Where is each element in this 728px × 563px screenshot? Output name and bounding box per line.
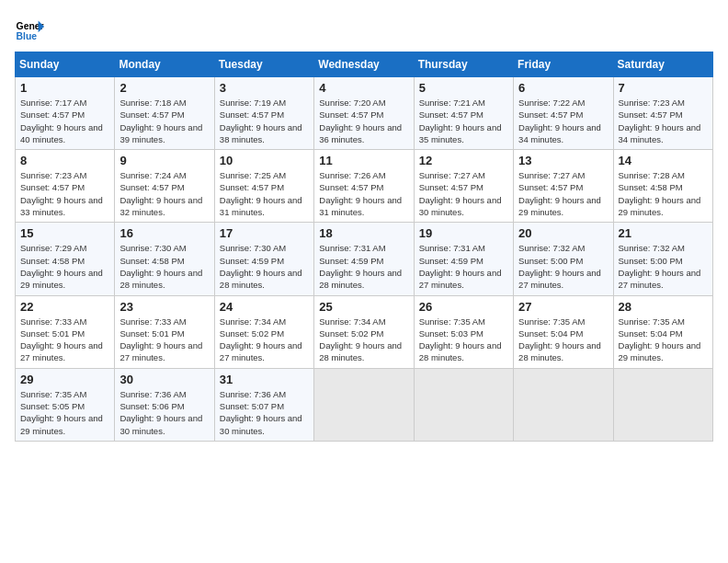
- calendar-cell: 16 Sunrise: 7:30 AM Sunset: 4:58 PM Dayl…: [115, 223, 214, 295]
- day-number: 15: [20, 226, 109, 240]
- calendar-cell: 8 Sunrise: 7:23 AM Sunset: 4:57 PM Dayli…: [16, 150, 115, 223]
- day-detail: Sunrise: 7:35 AM Sunset: 5:05 PM Dayligh…: [20, 388, 109, 437]
- calendar-cell: 28 Sunrise: 7:35 AM Sunset: 5:04 PM Dayl…: [613, 295, 712, 368]
- calendar-cell: 21 Sunrise: 7:32 AM Sunset: 5:00 PM Dayl…: [613, 223, 712, 295]
- calendar-week-row: 22 Sunrise: 7:33 AM Sunset: 5:01 PM Dayl…: [16, 295, 713, 368]
- calendar-cell: 7 Sunrise: 7:23 AM Sunset: 4:57 PM Dayli…: [613, 77, 712, 150]
- calendar-cell: 4 Sunrise: 7:20 AM Sunset: 4:57 PM Dayli…: [314, 77, 414, 150]
- day-detail: Sunrise: 7:34 AM Sunset: 5:02 PM Dayligh…: [220, 316, 309, 364]
- calendar-cell: 30 Sunrise: 7:36 AM Sunset: 5:06 PM Dayl…: [115, 368, 214, 441]
- calendar-cell: 6 Sunrise: 7:22 AM Sunset: 4:57 PM Dayli…: [514, 77, 613, 150]
- day-number: 30: [119, 373, 209, 386]
- day-number: 11: [319, 154, 408, 167]
- calendar-cell: 27 Sunrise: 7:35 AM Sunset: 5:04 PM Dayl…: [514, 295, 613, 368]
- day-detail: Sunrise: 7:35 AM Sunset: 5:04 PM Dayligh…: [619, 316, 708, 364]
- logo: General Blue: [15, 15, 44, 44]
- day-detail: Sunrise: 7:33 AM Sunset: 5:01 PM Dayligh…: [119, 316, 209, 364]
- calendar-week-row: 8 Sunrise: 7:23 AM Sunset: 4:57 PM Dayli…: [16, 150, 713, 223]
- day-number: 21: [619, 226, 708, 240]
- day-number: 14: [619, 154, 708, 167]
- day-number: 22: [20, 300, 109, 314]
- day-detail: Sunrise: 7:21 AM Sunset: 4:57 PM Dayligh…: [419, 97, 508, 145]
- day-number: 23: [119, 300, 209, 314]
- column-header-monday: Monday: [115, 52, 214, 77]
- day-detail: Sunrise: 7:25 AM Sunset: 4:57 PM Dayligh…: [220, 169, 309, 218]
- calendar-body: 1 Sunrise: 7:17 AM Sunset: 4:57 PM Dayli…: [16, 77, 713, 442]
- day-number: 16: [119, 226, 209, 240]
- calendar-cell: 2 Sunrise: 7:18 AM Sunset: 4:57 PM Dayli…: [115, 77, 214, 150]
- calendar-cell: [613, 368, 712, 441]
- day-detail: Sunrise: 7:32 AM Sunset: 5:00 PM Dayligh…: [619, 242, 708, 291]
- day-detail: Sunrise: 7:19 AM Sunset: 4:57 PM Dayligh…: [220, 97, 309, 145]
- day-detail: Sunrise: 7:35 AM Sunset: 5:03 PM Dayligh…: [419, 316, 508, 364]
- calendar-week-row: 29 Sunrise: 7:35 AM Sunset: 5:05 PM Dayl…: [16, 368, 713, 441]
- day-detail: Sunrise: 7:32 AM Sunset: 5:00 PM Dayligh…: [518, 242, 608, 291]
- day-detail: Sunrise: 7:35 AM Sunset: 5:04 PM Dayligh…: [518, 316, 608, 364]
- day-detail: Sunrise: 7:36 AM Sunset: 5:06 PM Dayligh…: [119, 388, 209, 437]
- calendar-cell: 10 Sunrise: 7:25 AM Sunset: 4:57 PM Dayl…: [214, 150, 313, 223]
- calendar-cell: 25 Sunrise: 7:34 AM Sunset: 5:02 PM Dayl…: [314, 295, 414, 368]
- day-detail: Sunrise: 7:27 AM Sunset: 4:57 PM Dayligh…: [518, 169, 608, 218]
- calendar-cell: 5 Sunrise: 7:21 AM Sunset: 4:57 PM Dayli…: [414, 77, 513, 150]
- day-number: 27: [518, 300, 608, 314]
- day-detail: Sunrise: 7:34 AM Sunset: 5:02 PM Dayligh…: [319, 316, 408, 364]
- logo-icon: General Blue: [15, 15, 44, 44]
- calendar-cell: 24 Sunrise: 7:34 AM Sunset: 5:02 PM Dayl…: [214, 295, 313, 368]
- day-number: 9: [119, 154, 209, 167]
- calendar-cell: 12 Sunrise: 7:27 AM Sunset: 4:57 PM Dayl…: [414, 150, 513, 223]
- calendar-table: SundayMondayTuesdayWednesdayThursdayFrid…: [15, 52, 713, 442]
- day-number: 8: [20, 154, 109, 167]
- day-number: 26: [419, 300, 508, 314]
- day-detail: Sunrise: 7:29 AM Sunset: 4:58 PM Dayligh…: [20, 242, 109, 291]
- calendar-cell: 19 Sunrise: 7:31 AM Sunset: 4:59 PM Dayl…: [414, 223, 513, 295]
- day-number: 5: [419, 81, 508, 95]
- column-header-friday: Friday: [514, 52, 613, 77]
- column-header-sunday: Sunday: [16, 52, 115, 77]
- column-header-thursday: Thursday: [414, 52, 513, 77]
- day-number: 19: [419, 226, 508, 240]
- calendar-cell: 31 Sunrise: 7:36 AM Sunset: 5:07 PM Dayl…: [214, 368, 313, 441]
- calendar-week-row: 15 Sunrise: 7:29 AM Sunset: 4:58 PM Dayl…: [16, 223, 713, 295]
- calendar-cell: 13 Sunrise: 7:27 AM Sunset: 4:57 PM Dayl…: [514, 150, 613, 223]
- day-number: 13: [518, 154, 608, 167]
- day-detail: Sunrise: 7:24 AM Sunset: 4:57 PM Dayligh…: [119, 169, 209, 218]
- day-number: 12: [419, 154, 508, 167]
- day-detail: Sunrise: 7:17 AM Sunset: 4:57 PM Dayligh…: [20, 97, 109, 145]
- calendar-cell: 1 Sunrise: 7:17 AM Sunset: 4:57 PM Dayli…: [16, 77, 115, 150]
- day-detail: Sunrise: 7:31 AM Sunset: 4:59 PM Dayligh…: [319, 242, 408, 291]
- day-number: 3: [220, 81, 309, 95]
- day-number: 10: [220, 154, 309, 167]
- column-header-wednesday: Wednesday: [314, 52, 414, 77]
- day-detail: Sunrise: 7:20 AM Sunset: 4:57 PM Dayligh…: [319, 97, 408, 145]
- calendar-week-row: 1 Sunrise: 7:17 AM Sunset: 4:57 PM Dayli…: [16, 77, 713, 150]
- day-detail: Sunrise: 7:23 AM Sunset: 4:57 PM Dayligh…: [619, 97, 708, 145]
- calendar-cell: [314, 368, 414, 441]
- day-number: 20: [518, 226, 608, 240]
- calendar-cell: 26 Sunrise: 7:35 AM Sunset: 5:03 PM Dayl…: [414, 295, 513, 368]
- day-number: 18: [319, 226, 408, 240]
- day-number: 2: [119, 81, 209, 95]
- calendar-cell: 17 Sunrise: 7:30 AM Sunset: 4:59 PM Dayl…: [214, 223, 313, 295]
- day-number: 7: [619, 81, 708, 95]
- calendar-cell: 9 Sunrise: 7:24 AM Sunset: 4:57 PM Dayli…: [115, 150, 214, 223]
- calendar-cell: 15 Sunrise: 7:29 AM Sunset: 4:58 PM Dayl…: [16, 223, 115, 295]
- calendar-cell: 22 Sunrise: 7:33 AM Sunset: 5:01 PM Dayl…: [16, 295, 115, 368]
- day-number: 31: [220, 373, 309, 386]
- day-detail: Sunrise: 7:30 AM Sunset: 4:59 PM Dayligh…: [220, 242, 309, 291]
- calendar-cell: 29 Sunrise: 7:35 AM Sunset: 5:05 PM Dayl…: [16, 368, 115, 441]
- column-header-saturday: Saturday: [613, 52, 712, 77]
- page-header: General Blue: [15, 15, 713, 44]
- day-detail: Sunrise: 7:36 AM Sunset: 5:07 PM Dayligh…: [220, 388, 309, 437]
- column-header-tuesday: Tuesday: [214, 52, 313, 77]
- calendar-cell: [414, 368, 513, 441]
- day-detail: Sunrise: 7:23 AM Sunset: 4:57 PM Dayligh…: [20, 169, 109, 218]
- day-number: 28: [619, 300, 708, 314]
- calendar-header-row: SundayMondayTuesdayWednesdayThursdayFrid…: [16, 52, 713, 77]
- day-detail: Sunrise: 7:28 AM Sunset: 4:58 PM Dayligh…: [619, 169, 708, 218]
- day-number: 24: [220, 300, 309, 314]
- day-detail: Sunrise: 7:18 AM Sunset: 4:57 PM Dayligh…: [119, 97, 209, 145]
- day-number: 6: [518, 81, 608, 95]
- day-number: 4: [319, 81, 408, 95]
- calendar-cell: [514, 368, 613, 441]
- day-detail: Sunrise: 7:26 AM Sunset: 4:57 PM Dayligh…: [319, 169, 408, 218]
